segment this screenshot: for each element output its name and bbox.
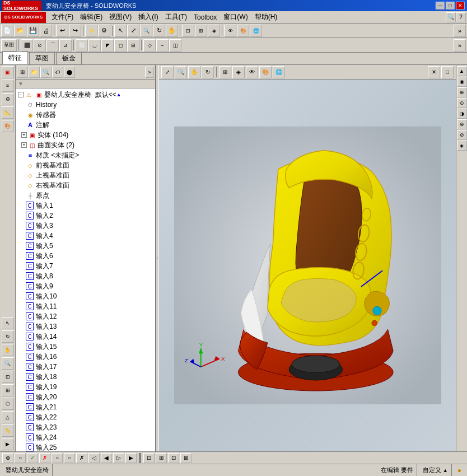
tree-item-input13[interactable]: C输入13	[16, 321, 155, 332]
right-btn1[interactable]: ▲	[457, 66, 467, 76]
bt-btn12[interactable]: ⊡	[143, 453, 155, 463]
tree-item-origin[interactable]: ┼ 原点	[16, 190, 155, 200]
rotate-btn[interactable]: ↻	[153, 25, 165, 37]
menu-tools[interactable]: 工具(T)	[162, 11, 190, 23]
tree-item-solid-bodies[interactable]: + ▣ 实体 (104)	[16, 130, 155, 140]
sketch-btn[interactable]: 草图	[1, 39, 17, 52]
tree-collapse-btn[interactable]: 📁	[29, 67, 40, 78]
tree-search-btn[interactable]: 🔍	[40, 67, 52, 78]
menu-window[interactable]: 窗口(W)	[220, 11, 251, 23]
right-btn6[interactable]: ⊗	[457, 119, 467, 129]
maximize-button[interactable]: □	[446, 2, 455, 10]
tree-item-input11[interactable]: C输入11	[16, 301, 155, 311]
tree-item-input16[interactable]: C输入16	[16, 352, 155, 362]
view-orient-vp[interactable]: ⊞	[219, 66, 231, 78]
menu-view[interactable]: 视图(V)	[106, 11, 135, 23]
dim-expert-btn[interactable]: 📐	[2, 106, 14, 119]
fillet-btn[interactable]: ◡	[88, 39, 101, 52]
tree-item-input9[interactable]: C输入9	[16, 281, 155, 291]
scene-btn[interactable]: 🌐	[250, 25, 262, 37]
sweep-btn[interactable]: ⌒	[46, 39, 59, 52]
redo-btn[interactable]: ↪	[69, 25, 81, 37]
right-btn3[interactable]: ⊕	[457, 87, 467, 97]
tree-item-input8[interactable]: C输入8	[16, 271, 155, 281]
zoom-fit-btn[interactable]: ⤢	[127, 25, 139, 37]
tree-item-input17[interactable]: C输入17	[16, 362, 155, 372]
tree-tag-btn[interactable]: 🏷	[52, 67, 63, 78]
tree-item-input5[interactable]: C输入5	[16, 241, 155, 251]
vp-max-btn[interactable]: □	[441, 66, 454, 78]
new-btn[interactable]: 📄	[1, 25, 13, 37]
right-btn7[interactable]: ⊘	[457, 130, 467, 140]
tab-sheetmetal[interactable]: 钣金	[56, 52, 82, 64]
tree-item-input2[interactable]: C输入2	[16, 211, 155, 221]
measure-btn[interactable]: 📏	[2, 424, 14, 437]
tree-item-input1[interactable]: C输入1	[16, 200, 155, 211]
tree-item-input23[interactable]: C输入23	[16, 422, 155, 432]
appear-vp[interactable]: 🎨	[259, 66, 272, 78]
tree-item-top-plane[interactable]: ◇ 上视基准面	[16, 170, 155, 180]
select-tool-btn[interactable]: ↖	[2, 317, 14, 329]
pan-tool-btn[interactable]: ✋	[2, 344, 14, 356]
right-btn2[interactable]: ◉	[457, 77, 467, 87]
section-tool-btn[interactable]: ⊡	[2, 371, 14, 383]
more-btn[interactable]: »	[454, 25, 466, 37]
right-btn4[interactable]: ⊙	[457, 98, 467, 108]
select-btn[interactable]: ↖	[114, 25, 127, 37]
close-button[interactable]: ✕	[456, 2, 465, 10]
bt-btn4[interactable]: ✗	[39, 453, 50, 463]
options-btn[interactable]: ⚙	[98, 25, 110, 37]
tree-item-input21[interactable]: C输入21	[16, 402, 155, 412]
right-btn5[interactable]: ◑	[457, 109, 467, 119]
hide-show-vp[interactable]: 👁	[246, 66, 258, 78]
zoom-to-fit-vp[interactable]: ⤢	[161, 66, 174, 78]
tree-item-input4[interactable]: C输入4	[16, 231, 155, 241]
tree-item-input18[interactable]: C输入18	[16, 372, 155, 382]
loft-btn[interactable]: ⊿	[59, 39, 72, 52]
extrude-btn[interactable]: ⬛	[21, 39, 33, 52]
appearance-btn[interactable]: 🎨	[237, 25, 249, 37]
shell-btn[interactable]: ◻	[114, 39, 127, 52]
tree-item-materials[interactable]: ≡ 材质 <未指定>	[16, 150, 155, 160]
minimize-button[interactable]: ─	[436, 2, 445, 10]
bt-btn8[interactable]: ◁	[88, 453, 100, 463]
tree-item-input22[interactable]: C输入22	[16, 412, 155, 422]
tree-root-item[interactable]: - ⚠ ▣ 婴幼儿安全座椅 默认<< ▲	[16, 90, 155, 100]
tree-item-input3[interactable]: C输入3	[16, 221, 155, 231]
bt-btn14[interactable]: ⊡	[168, 453, 179, 463]
curve-btn[interactable]: ⌣	[156, 39, 169, 52]
search-button[interactable]: 🔍	[446, 12, 456, 22]
open-btn[interactable]: 📂	[14, 25, 26, 37]
tree-item-input7[interactable]: C输入7	[16, 261, 155, 271]
solid-expand[interactable]: +	[21, 132, 27, 138]
viewport-content[interactable]: X Y Z	[159, 80, 456, 451]
tree-item-input12[interactable]: C输入12	[16, 311, 155, 321]
simulate-btn[interactable]: ▶	[2, 438, 14, 450]
tree-item-input25[interactable]: C输入25	[16, 442, 155, 451]
chamfer-btn[interactable]: ◤	[101, 39, 114, 52]
tree-item-input24[interactable]: C输入24	[16, 432, 155, 442]
right-btn8[interactable]: ◈	[457, 141, 467, 151]
menu-edit[interactable]: 编辑(E)	[77, 11, 106, 23]
section-view-btn[interactable]: ⊡	[182, 25, 194, 37]
tree-item-history[interactable]: ⏱ History	[16, 100, 155, 110]
bt-btn10[interactable]: ▷	[113, 453, 124, 463]
tree-item-front-plane[interactable]: ◇ 前视基准面	[16, 160, 155, 170]
tree-item-input20[interactable]: C输入20	[16, 392, 155, 402]
tree-item-input6[interactable]: C输入6	[16, 251, 155, 261]
help-icon-btn[interactable]: ?	[456, 12, 466, 22]
pan-vp[interactable]: ✋	[188, 66, 200, 78]
tree-item-input15[interactable]: C输入15	[16, 342, 155, 352]
feature-manager-btn[interactable]: ▣	[2, 66, 14, 78]
root-expand[interactable]: -	[18, 92, 24, 97]
menu-toolbox[interactable]: Toolbox	[190, 12, 220, 22]
tree-item-sensors[interactable]: ◉ 传感器	[16, 110, 155, 120]
bt-btn2[interactable]: ○	[15, 453, 26, 463]
3d-sketch-btn[interactable]: △	[2, 411, 14, 423]
tree-filter-btn[interactable]: ⊞	[17, 67, 28, 78]
zoom-in-btn[interactable]: 🔍	[140, 25, 152, 37]
zoom-tool-btn[interactable]: 🔍	[2, 357, 14, 370]
rotate-tool-btn[interactable]: ↻	[2, 330, 14, 343]
bt-btn9[interactable]: ◀	[101, 453, 112, 463]
tree-item-annotations[interactable]: A 注解	[16, 120, 155, 130]
